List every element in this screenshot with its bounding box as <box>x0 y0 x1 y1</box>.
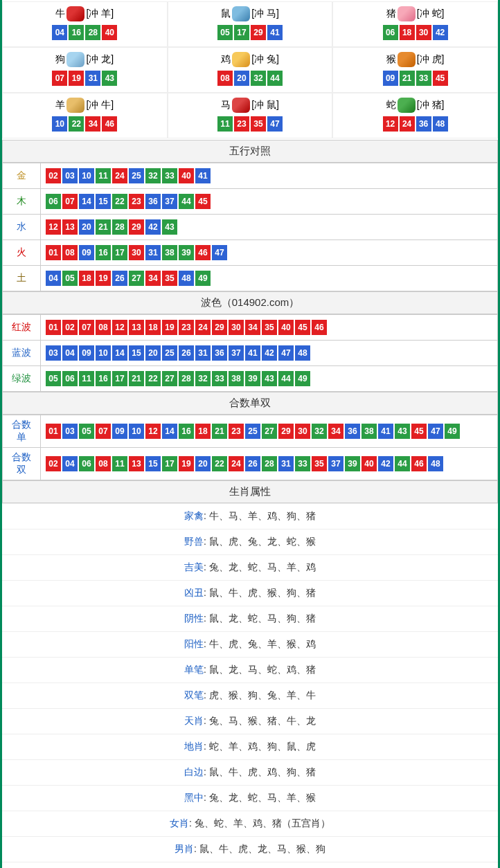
number-ball: 40 <box>361 456 377 471</box>
number-ball: 25 <box>129 168 144 183</box>
attr-row-吉美: 吉美: 兔、龙、蛇、马、羊、鸡 <box>2 554 498 580</box>
number-ball: 37 <box>229 345 244 361</box>
attr-val: : 鼠、龙、蛇、马、狗、猪 <box>204 613 316 624</box>
number-ball: 27 <box>262 424 277 439</box>
number-ball: 44 <box>395 456 410 471</box>
number-ball: 18 <box>79 271 94 286</box>
number-ball: 15 <box>145 456 161 471</box>
number-ball: 17 <box>112 371 127 386</box>
number-ball: 14 <box>162 424 177 439</box>
number-ball: 41 <box>195 168 211 183</box>
number-ball: 06 <box>46 194 61 209</box>
number-ball: 47 <box>428 424 443 439</box>
number-ball: 43 <box>395 424 410 439</box>
attr-key: 阳性 <box>184 638 204 649</box>
number-ball: 33 <box>162 168 177 183</box>
number-ball: 36 <box>416 116 431 132</box>
row-balls: 0103050709101214161821232527293032343638… <box>41 415 498 448</box>
number-ball: 22 <box>112 194 127 209</box>
number-ball: 26 <box>245 456 260 471</box>
attr-row-双笔: 双笔: 虎、猴、狗、兔、羊、牛 <box>2 682 498 708</box>
attr-val: : 蛇、羊、鸡、狗、鼠、虎 <box>204 741 316 752</box>
number-ball: 13 <box>62 219 78 235</box>
number-ball: 35 <box>312 456 327 471</box>
zodiac-name: 猴 <box>386 53 396 66</box>
attr-row-男肖: 男肖: 鼠、牛、虎、龙、马、猴、狗 <box>2 836 498 862</box>
row-label-水: 水 <box>3 215 41 240</box>
number-ball: 28 <box>85 25 100 40</box>
attr-val: : 兔、龙、蛇、马、羊、鸡 <box>204 561 316 572</box>
attr-key: 男肖 <box>175 843 194 854</box>
row-balls: 0108091617303138394647 <box>41 240 498 266</box>
number-ball: 36 <box>145 194 161 209</box>
number-ball: 12 <box>112 320 127 335</box>
snake-icon <box>398 98 416 113</box>
number-ball: 26 <box>179 345 194 361</box>
number-ball: 16 <box>96 371 111 386</box>
number-ball: 08 <box>96 320 111 335</box>
zodiac-chong: [冲 兔] <box>251 53 279 66</box>
number-ball: 32 <box>312 424 327 439</box>
ox-icon <box>66 6 84 21</box>
zodiac-chong: [冲 羊] <box>86 8 114 20</box>
number-ball: 39 <box>345 456 360 471</box>
number-ball: 38 <box>361 424 377 439</box>
number-ball: 06 <box>79 456 94 471</box>
number-ball: 30 <box>295 424 310 439</box>
row-label-合数双: 合数双 <box>3 448 41 480</box>
row-label-金: 金 <box>3 163 41 189</box>
attr-val: : 兔、蛇、羊、鸡、猪（五宫肖） <box>189 817 330 829</box>
number-ball: 22 <box>212 456 227 471</box>
row-label-绿波: 绿波 <box>3 366 41 392</box>
number-ball: 36 <box>345 424 360 439</box>
number-ball: 19 <box>96 271 111 286</box>
zodiac-chong: [冲 牛] <box>86 99 114 111</box>
number-ball: 13 <box>129 320 144 335</box>
number-ball: 01 <box>46 424 61 439</box>
row-label-土: 土 <box>3 266 41 291</box>
attr-val: : 牛、虎、兔、羊、猴、鸡 <box>204 638 316 649</box>
zodiac-chong: [冲 龙] <box>86 53 114 66</box>
number-ball: 29 <box>129 219 144 235</box>
number-ball: 33 <box>295 456 310 471</box>
number-ball: 40 <box>278 320 294 335</box>
attr-row-三合: 三合: 鼠龙猴、牛蛇鸡、虎马狗、兔羊猪 <box>2 862 498 868</box>
number-ball: 11 <box>79 371 94 386</box>
attr-key: 女肖 <box>170 817 189 829</box>
attr-row-野兽: 野兽: 鼠、虎、兔、龙、蛇、猴 <box>2 529 498 554</box>
attr-row-黑中: 黑中: 兔、龙、蛇、马、羊、猴 <box>2 785 498 811</box>
number-ball: 17 <box>234 25 249 40</box>
number-ball: 22 <box>69 116 84 132</box>
zodiac-cell-rooster: 鸡 [冲 兔] 08203244 <box>168 47 333 93</box>
number-ball: 33 <box>212 371 227 386</box>
attr-key: 黑中 <box>184 792 204 803</box>
number-ball: 10 <box>96 345 111 361</box>
attr-val: : 牛、马、羊、鸡、狗、猪 <box>204 510 316 521</box>
zodiac-grid: 牛 [冲 羊] 04162840 鼠 [冲 马] 05172941 猪 [冲 蛇… <box>2 0 498 140</box>
attr-row-天肖: 天肖: 兔、马、猴、猪、牛、龙 <box>2 708 498 734</box>
number-ball: 40 <box>179 168 194 183</box>
number-ball: 04 <box>46 271 61 286</box>
zodiac-chong: [冲 猪] <box>417 99 445 111</box>
number-ball: 24 <box>112 168 127 183</box>
pig-icon <box>398 6 416 21</box>
number-ball: 41 <box>267 25 283 40</box>
number-ball: 30 <box>129 245 144 260</box>
number-ball: 34 <box>85 116 100 132</box>
number-ball: 48 <box>428 456 443 471</box>
number-ball: 07 <box>79 320 94 335</box>
number-ball: 02 <box>62 320 78 335</box>
number-ball: 10 <box>79 168 94 183</box>
row-label-合数单: 合数单 <box>3 415 41 448</box>
number-ball: 03 <box>62 168 78 183</box>
number-ball: 34 <box>145 271 161 286</box>
number-ball: 05 <box>62 271 78 286</box>
number-ball: 37 <box>162 194 177 209</box>
number-ball: 16 <box>96 245 111 260</box>
attr-key: 双笔 <box>184 689 204 700</box>
attr-val: : 兔、马、猴、猪、牛、龙 <box>204 715 316 726</box>
number-ball: 33 <box>416 71 431 86</box>
number-ball: 09 <box>383 71 398 86</box>
number-ball: 04 <box>52 25 67 40</box>
number-ball: 04 <box>62 345 78 361</box>
